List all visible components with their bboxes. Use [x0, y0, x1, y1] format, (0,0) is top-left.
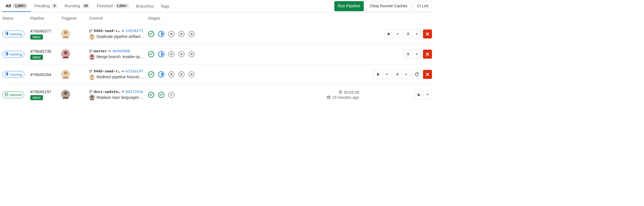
commit-author-avatar[interactable] — [89, 95, 95, 100]
status-badge-passed[interactable]: passed — [2, 91, 24, 98]
stage-created-icon[interactable] — [168, 71, 174, 77]
status-badge-running[interactable]: running — [2, 71, 24, 78]
stage-created-icon[interactable] — [188, 51, 195, 57]
triggerer-avatar[interactable] — [61, 70, 70, 79]
manual-play-dropdown[interactable] — [382, 70, 391, 79]
stage-passed-icon[interactable] — [148, 92, 154, 98]
stage-running-icon[interactable] — [158, 51, 164, 57]
latest-badge: latest — [30, 35, 43, 40]
latest-badge: latest — [30, 95, 43, 100]
caret-down-icon — [426, 94, 429, 95]
finished-text: 19 minutes ago — [332, 95, 359, 100]
stages-widget — [148, 92, 232, 98]
stage-created-icon[interactable] — [178, 51, 185, 57]
commit-message-link[interactable]: Duplicate pipeline artifacts use… — [96, 34, 145, 39]
cancel-button[interactable] — [423, 29, 432, 38]
stage-passed-icon[interactable] — [148, 71, 154, 77]
commit-sha-link[interactable]: e319ac0f — [126, 69, 143, 73]
pipeline-id-link[interactable]: #76645284 — [30, 72, 51, 77]
cancel-button[interactable] — [423, 50, 432, 59]
stage-created-icon[interactable] — [168, 51, 174, 57]
stage-running-icon[interactable] — [158, 71, 164, 77]
cancel-button[interactable] — [423, 70, 432, 79]
manual-play-button[interactable] — [414, 90, 423, 99]
pipeline-id-link[interactable]: #76646377 — [30, 29, 51, 33]
commit-sha-link[interactable]: de9e5068 — [112, 49, 130, 53]
run-pipeline-button[interactable]: Run Pipeline — [334, 1, 364, 11]
status-badge-running[interactable]: running — [2, 31, 24, 37]
status-icon — [5, 32, 8, 36]
duration-text: 00:03:28 — [344, 90, 359, 95]
commit-sha-link[interactable]: 1d5582f1 — [126, 29, 143, 33]
pipeline-id-link[interactable]: #76645197 — [30, 89, 51, 94]
tab-all[interactable]: All 1,000+ — [2, 1, 31, 12]
commit-icon — [108, 49, 111, 53]
stage-created-icon[interactable] — [178, 31, 185, 37]
stage-running-icon[interactable] — [158, 31, 164, 37]
download-artifacts-button[interactable] — [404, 50, 413, 59]
tab-branches[interactable]: Branches — [133, 1, 157, 12]
header-status: Status — [2, 16, 30, 20]
status-icon — [5, 72, 8, 77]
manual-play-dropdown[interactable] — [393, 29, 402, 38]
pipeline-id-link[interactable]: #76645735 — [30, 49, 51, 54]
triggerer-avatar[interactable] — [61, 49, 70, 58]
download-artifacts-dropdown[interactable] — [412, 50, 421, 59]
branch-link[interactable]: docs-update… — [94, 90, 120, 94]
commit-message-link[interactable]: Replace repo languages scree… — [96, 95, 145, 100]
commit-author-avatar[interactable] — [89, 74, 95, 80]
manual-play-button[interactable] — [374, 70, 383, 79]
stage-passed-icon[interactable] — [148, 31, 154, 37]
svg-point-19 — [91, 95, 93, 98]
stage-created-icon[interactable] — [178, 71, 185, 77]
svg-point-4 — [91, 35, 93, 37]
triggerer-avatar[interactable] — [61, 90, 70, 99]
tab-running[interactable]: Running 56 — [61, 1, 93, 12]
manual-play-dropdown[interactable] — [423, 90, 432, 99]
tab-count: 1,000+ — [13, 3, 27, 8]
status-label: passed — [10, 93, 22, 97]
branch-link[interactable]: 8466-seed-r… — [94, 69, 120, 73]
stage-passed-icon[interactable] — [148, 51, 154, 57]
retry-button[interactable] — [412, 70, 421, 79]
tab-count: 1,000+ — [114, 3, 129, 8]
status-badge-running[interactable]: running — [2, 51, 24, 58]
pipeline-row: running #76646377 latest 8466-seed-r… 1d… — [2, 24, 432, 44]
stage-created-icon[interactable] — [188, 71, 195, 77]
commit-icon — [121, 70, 125, 73]
stage-created-icon[interactable] — [188, 31, 195, 37]
clear-runner-caches-button[interactable]: Clear Runner Caches — [366, 1, 411, 11]
download-artifacts-dropdown[interactable] — [402, 70, 411, 79]
commit-message-link[interactable]: Redirect pipeline fixtures to be… — [96, 75, 145, 79]
stage-created-icon[interactable] — [168, 31, 174, 37]
branch-icon — [89, 90, 93, 93]
svg-point-12 — [64, 71, 67, 75]
commit-message-link[interactable]: Merge branch 'enable-specific… — [96, 54, 145, 59]
branch-link[interactable]: master — [94, 49, 107, 53]
stages-widget — [148, 31, 232, 37]
stage-skipped-icon[interactable] — [168, 92, 174, 98]
tab-finished[interactable]: Finished 1,000+ — [93, 1, 133, 12]
ci-lint-button[interactable]: CI Lint — [413, 1, 432, 11]
tab-tags[interactable]: Tags — [157, 1, 173, 12]
commit-author-avatar[interactable] — [89, 54, 95, 59]
download-artifacts-dropdown[interactable] — [412, 29, 421, 38]
commit-sha-link[interactable]: bd37242e — [126, 90, 143, 94]
svg-point-17 — [64, 91, 67, 95]
download-artifacts-button[interactable] — [404, 29, 413, 38]
branch-link[interactable]: 8466-seed-r… — [94, 29, 120, 33]
stage-separator — [165, 54, 167, 54]
pipeline-row: running #76645284 8466-seed-r… e319ac0f — [2, 65, 432, 85]
stage-passed-icon[interactable] — [158, 92, 164, 98]
tab-label: Running — [65, 3, 80, 8]
time-cell: 00:03:28 19 minutes ago — [327, 90, 370, 100]
manual-play-button[interactable] — [384, 29, 393, 38]
header-actions: Run Pipeline Clear Runner Caches CI Lint — [334, 0, 432, 12]
triggerer-avatar[interactable] — [61, 29, 70, 38]
tab-pending[interactable]: Pending 0 — [31, 1, 61, 12]
commit-author-avatar[interactable] — [89, 34, 95, 39]
filter-tabs-row: All 1,000+ Pending 0 Running 56 Finished… — [2, 0, 432, 13]
header-triggerer: Triggerer — [61, 16, 89, 20]
download-artifacts-button[interactable] — [393, 70, 402, 79]
caret-down-icon — [416, 54, 418, 55]
